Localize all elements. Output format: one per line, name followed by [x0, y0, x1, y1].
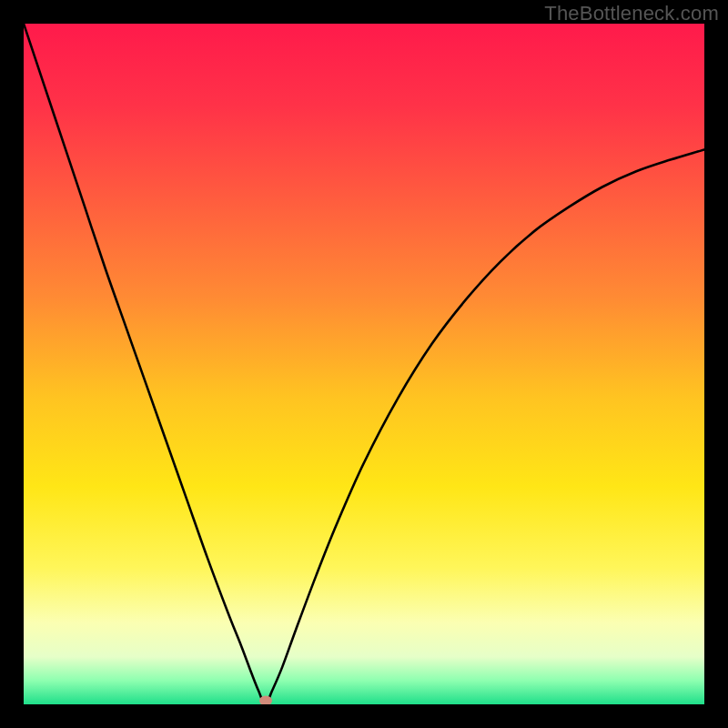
optimum-marker: [259, 696, 272, 705]
chart-svg: [24, 24, 704, 704]
gradient-background: [24, 24, 704, 704]
chart-frame: TheBottleneck.com: [0, 0, 728, 728]
plot-area: [24, 24, 704, 704]
watermark-text: TheBottleneck.com: [544, 2, 719, 25]
